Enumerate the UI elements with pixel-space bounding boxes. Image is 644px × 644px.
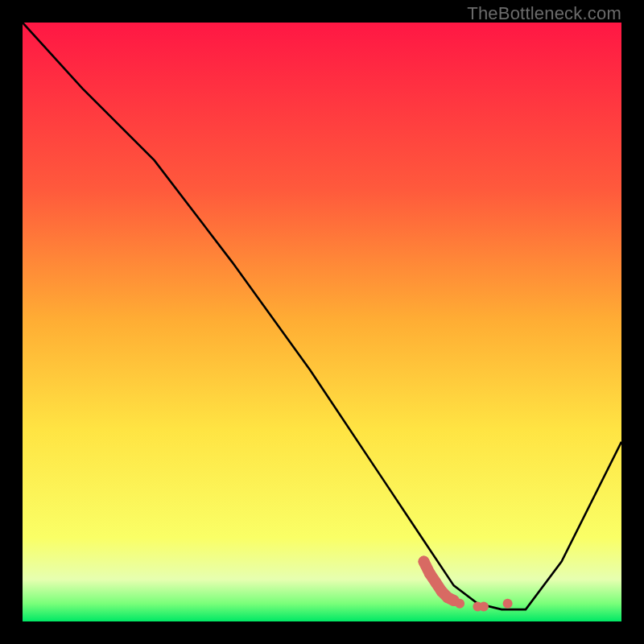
optimal-marker	[479, 601, 489, 611]
attribution-text: TheBottleneck.com	[467, 3, 621, 24]
optimal-marker	[503, 599, 513, 609]
bottleneck-chart	[23, 23, 621, 621]
optimal-marker	[419, 556, 430, 568]
chart-frame	[23, 23, 621, 621]
gradient-background	[23, 23, 621, 621]
optimal-marker	[455, 599, 464, 609]
